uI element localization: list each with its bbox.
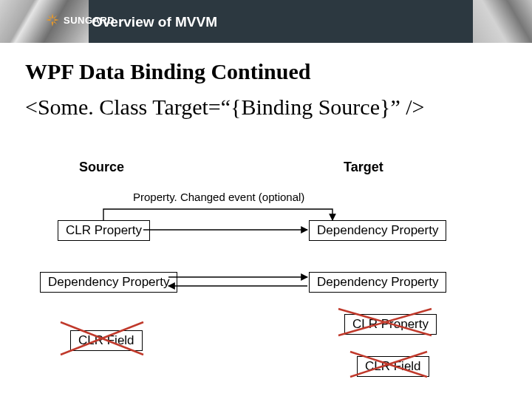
binding-arrows: [0, 0, 532, 399]
